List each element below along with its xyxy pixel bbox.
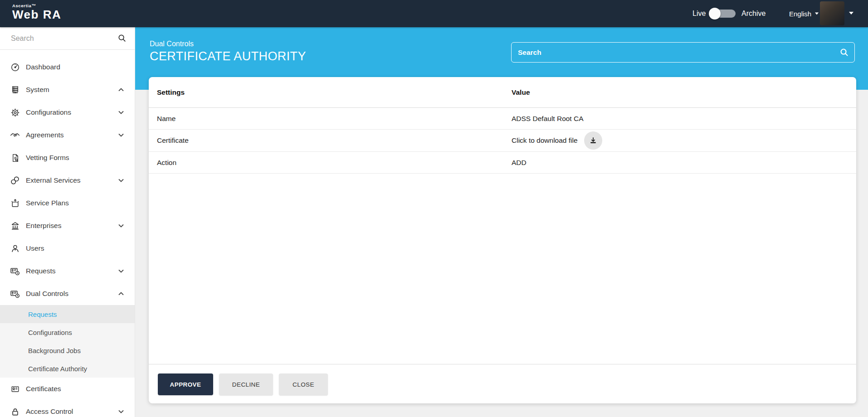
sidebar-item-label: Enterprises <box>26 222 61 230</box>
row-value-name: ADSS Default Root CA <box>512 108 584 129</box>
search-icon[interactable] <box>118 34 126 42</box>
gear-icon <box>10 107 20 117</box>
column-header-settings: Settings <box>157 77 185 108</box>
sidebar-item-label: External Services <box>26 176 81 184</box>
sidebar-nav: Dashboard System <box>0 50 135 417</box>
webra-logo[interactable]: Ascertia™ Web RA <box>12 3 61 20</box>
close-button[interactable]: CLOSE <box>279 373 328 395</box>
row-value-certificate: Click to download file <box>512 130 602 151</box>
row-setting-certificate: Certificate <box>157 130 189 151</box>
request-card-clock-icon <box>10 266 20 276</box>
download-file-text: Click to download file <box>512 136 578 145</box>
sidebar-item-label: Agreements <box>26 131 64 139</box>
table-row: Certificate Click to download file <box>149 130 856 152</box>
sidebar-item-label: Service Plans <box>26 199 69 207</box>
webra-app: Ascertia™ Web RA Live Archive English <box>0 0 868 417</box>
table-row: Action ADD <box>149 152 856 174</box>
sidebar-item-dual-controls[interactable]: Dual Controls <box>0 282 135 305</box>
chevron-down-icon <box>118 224 124 228</box>
sidebar-item-system[interactable]: System <box>0 78 135 101</box>
chevron-down-icon <box>118 410 124 413</box>
page-search <box>511 42 855 63</box>
toggle-knob[interactable] <box>709 8 721 19</box>
package-export-icon <box>10 198 20 208</box>
row-setting-action: Action <box>157 152 176 173</box>
search-icon[interactable] <box>840 48 848 57</box>
dual-controls-submenu: Requests Configurations Background Jobs … <box>0 305 135 378</box>
sidebar-subitem-background-jobs[interactable]: Background Jobs <box>0 341 135 359</box>
brand-webra: Web RA <box>12 8 61 21</box>
top-navbar: Ascertia™ Web RA Live Archive English <box>0 0 868 27</box>
download-button[interactable] <box>584 131 602 150</box>
dual-controls-card-clock-icon <box>10 289 20 299</box>
sidebar-item-enterprises[interactable]: Enterprises <box>0 214 135 237</box>
sidebar-item-label: Certificates <box>26 385 61 393</box>
system-icon <box>10 85 20 95</box>
chevron-down-icon <box>118 179 124 182</box>
chevron-down-icon <box>118 133 124 137</box>
column-header-value: Value <box>512 77 530 108</box>
breadcrumb: Dual Controls <box>150 40 306 48</box>
table-header-row: Settings Value <box>149 77 856 108</box>
dashboard-icon <box>10 62 20 72</box>
decline-button[interactable]: DECLINE <box>219 373 273 395</box>
sidebar-item-service-plans[interactable]: Service Plans <box>0 192 135 214</box>
chevron-up-icon <box>118 88 124 92</box>
certificate-icon <box>10 384 20 394</box>
language-label: English <box>789 10 811 18</box>
sidebar-search <box>0 27 135 50</box>
sidebar-item-vetting-forms[interactable]: Vetting Forms <box>0 146 135 169</box>
sidebar-search-input[interactable] <box>11 32 111 45</box>
sidebar-item-dashboard[interactable]: Dashboard <box>0 56 135 78</box>
download-icon <box>589 136 597 145</box>
request-detail-card: Settings Value Name ADSS Default Root CA… <box>149 77 856 403</box>
sidebar-item-label: Access Control <box>26 407 73 416</box>
sidebar-item-requests[interactable]: Requests <box>0 260 135 282</box>
table-row: Name ADSS Default Root CA <box>149 108 856 130</box>
sidebar-item-label: Configurations <box>26 108 71 116</box>
live-label: Live <box>692 0 706 27</box>
language-dropdown[interactable]: English <box>789 0 819 27</box>
sidebar-subitem-requests[interactable]: Requests <box>0 305 135 323</box>
sidebar-item-label: Requests <box>26 267 55 275</box>
sidebar-item-label: Users <box>26 244 44 252</box>
lock-icon <box>10 407 20 417</box>
sidebar-subitem-configurations[interactable]: Configurations <box>0 323 135 341</box>
page-search-input[interactable] <box>518 46 831 59</box>
page-title: CERTIFICATE AUTHORITY <box>150 49 306 63</box>
card-footer: APPROVE DECLINE CLOSE <box>149 364 856 403</box>
user-menu-chevron-down-icon[interactable] <box>849 12 853 15</box>
chevron-down-icon <box>118 269 124 273</box>
chevron-down-icon <box>118 111 124 114</box>
sidebar-item-certificates[interactable]: Certificates <box>0 378 135 400</box>
user-avatar[interactable] <box>820 1 844 25</box>
sidebar-item-external-services[interactable]: External Services <box>0 169 135 192</box>
bank-icon <box>10 221 20 231</box>
handshake-icon <box>10 130 20 140</box>
sidebar-item-configurations[interactable]: Configurations <box>0 101 135 124</box>
sidebar-item-label: System <box>26 86 49 94</box>
chevron-down-icon <box>815 13 819 15</box>
sidebar-item-access-control[interactable]: Access Control <box>0 400 135 417</box>
chevron-up-icon <box>118 292 124 296</box>
page-titles: Dual Controls CERTIFICATE AUTHORITY <box>150 40 306 63</box>
sidebar-item-label: Dual Controls <box>26 290 68 298</box>
sidebar-item-label: Vetting Forms <box>26 154 69 162</box>
row-value-action: ADD <box>512 152 527 173</box>
sidebar-subitem-certificate-authority[interactable]: Certificate Authority <box>0 359 135 378</box>
sidebar: Dashboard System <box>0 27 135 417</box>
link-icon <box>10 175 20 185</box>
sidebar-item-users[interactable]: Users <box>0 237 135 260</box>
sidebar-item-agreements[interactable]: Agreements <box>0 124 135 146</box>
approve-button[interactable]: APPROVE <box>158 373 213 395</box>
sidebar-item-label: Dashboard <box>26 63 60 71</box>
archive-label: Archive <box>741 0 766 27</box>
vetting-form-icon <box>10 153 20 163</box>
live-archive-toggle[interactable] <box>710 10 736 18</box>
row-setting-name: Name <box>157 108 176 129</box>
user-icon <box>10 243 20 253</box>
